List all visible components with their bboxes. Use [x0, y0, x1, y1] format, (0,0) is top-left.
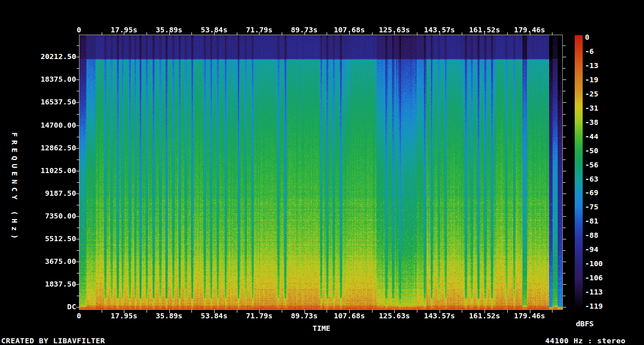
time-major-tick-bottom: [214, 310, 215, 313]
spectrogram-heatmap: [80, 35, 562, 309]
freq-minor-tick-right: [563, 91, 566, 91]
legend-tick-label: -56: [585, 161, 598, 169]
legend-tick-label: -38: [585, 119, 598, 127]
freq-minor-tick-left: [77, 159, 80, 160]
legend-tick-label: 0: [585, 33, 589, 41]
freq-minor-tick-left: [77, 205, 80, 205]
time-tick-label-bottom: 125.63s: [369, 312, 420, 320]
time-major-tick-top: [394, 32, 395, 35]
time-major-tick-bottom: [304, 310, 305, 313]
freq-minor-tick-left: [77, 273, 80, 274]
freq-tick-label: 18375.00: [0, 75, 76, 83]
freq-minor-tick-left: [77, 137, 80, 137]
freq-tick-label: 9187.50: [0, 190, 76, 197]
freq-tick-label: 12862.50: [0, 144, 76, 152]
time-major-tick-bottom: [349, 310, 350, 313]
freq-tick-label: 3675.00: [0, 258, 76, 266]
time-major-tick-top: [304, 32, 305, 35]
time-minor-tick-bottom: [552, 310, 553, 313]
freq-minor-tick-right: [563, 273, 566, 274]
freq-tick-label: DC: [0, 303, 76, 311]
time-major-tick-top: [349, 32, 350, 35]
time-major-tick-top: [124, 32, 124, 35]
freq-major-tick-right: [563, 57, 566, 57]
freq-major-tick-left: [76, 307, 80, 308]
time-major-tick-bottom: [169, 310, 170, 313]
legend-tick-label: -13: [585, 62, 598, 70]
freq-major-tick-left: [76, 148, 80, 149]
freq-minor-tick-right: [563, 228, 566, 228]
legend-tick-label: -94: [585, 246, 598, 254]
time-major-tick-top: [484, 32, 485, 35]
freq-tick-label: 20212.50: [0, 53, 76, 61]
time-major-tick-bottom: [124, 310, 124, 313]
legend-tick-label: -19: [585, 76, 598, 84]
freq-minor-tick-left: [77, 68, 80, 69]
time-major-tick-bottom: [259, 310, 260, 313]
freq-major-tick-right: [563, 79, 566, 80]
freq-tick-label: 16537.50: [0, 98, 76, 106]
legend-tick-label: -31: [585, 104, 598, 112]
freq-major-tick-right: [563, 284, 566, 285]
freq-major-tick-left: [76, 262, 80, 262]
freq-minor-tick-right: [563, 159, 566, 160]
freq-minor-tick-right: [563, 205, 566, 205]
time-major-tick-top: [440, 32, 440, 35]
time-major-tick-bottom: [440, 310, 440, 313]
time-tick-label-bottom: 179.46s: [504, 312, 555, 320]
freq-minor-tick-left: [77, 91, 80, 91]
time-tick-label-bottom: 107.68s: [324, 312, 375, 320]
time-tick-label-bottom: 89.73s: [279, 312, 330, 320]
freq-major-tick-left: [76, 102, 80, 103]
time-major-tick-top: [169, 32, 170, 35]
freq-major-tick-right: [563, 102, 566, 103]
legend-unit-label: dBFS: [576, 320, 593, 328]
freq-minor-tick-left: [77, 296, 80, 296]
freq-major-tick-right: [563, 148, 566, 149]
freq-major-tick-right: [563, 171, 566, 171]
freq-major-tick-left: [76, 239, 80, 239]
legend-tick-label: -50: [585, 147, 598, 155]
legend-tick-label: -119: [585, 302, 603, 310]
freq-major-tick-right: [563, 307, 566, 308]
legend-tick-label: -44: [585, 133, 598, 141]
freq-minor-tick-right: [563, 182, 566, 183]
freq-minor-tick-right: [563, 137, 566, 137]
freq-minor-tick-left: [77, 250, 80, 251]
freq-tick-label: 1837.50: [0, 280, 76, 288]
freq-minor-tick-right: [563, 45, 566, 46]
freq-tick-label: 11025.00: [0, 167, 76, 175]
created-by-text: CREATED BY LIBAVFILTER: [1, 337, 105, 345]
legend-tick-label: -25: [585, 90, 598, 98]
legend-colorbar: [575, 35, 583, 309]
freq-major-tick-left: [76, 125, 80, 126]
legend-tick-label: -75: [585, 203, 598, 211]
freq-major-tick-right: [563, 125, 566, 126]
time-tick-label-bottom: 35.89s: [144, 312, 195, 320]
time-major-tick-top: [530, 32, 530, 35]
freq-minor-tick-right: [563, 250, 566, 251]
legend-tick-label: -100: [585, 260, 603, 268]
freq-major-tick-right: [563, 262, 566, 262]
legend-tick-label: -113: [585, 288, 603, 296]
freq-minor-tick-left: [77, 182, 80, 183]
freq-minor-tick-left: [77, 228, 80, 228]
time-major-tick-top: [259, 32, 260, 35]
time-tick-label-bottom: 161.52s: [459, 312, 510, 320]
legend-tick-label: -6: [585, 48, 594, 56]
time-major-tick-bottom: [394, 310, 395, 313]
freq-major-tick-right: [563, 193, 566, 194]
freq-major-tick-left: [76, 216, 80, 217]
freq-major-tick-left: [76, 284, 80, 285]
freq-major-tick-left: [76, 171, 80, 171]
spectrogram-screenshot: FREQUENCY (Hz) TIME dBFS CREATED BY LIBA…: [0, 0, 644, 345]
freq-major-tick-right: [563, 239, 566, 239]
time-major-tick-top: [214, 32, 215, 35]
freq-major-tick-left: [76, 79, 80, 80]
freq-minor-tick-right: [563, 114, 566, 115]
freq-minor-tick-left: [77, 114, 80, 115]
time-tick-label-bottom: 17.95s: [98, 312, 149, 320]
time-tick-label-bottom: 143.57s: [414, 312, 465, 320]
time-major-tick-bottom: [530, 310, 530, 313]
freq-major-tick-left: [76, 193, 80, 194]
